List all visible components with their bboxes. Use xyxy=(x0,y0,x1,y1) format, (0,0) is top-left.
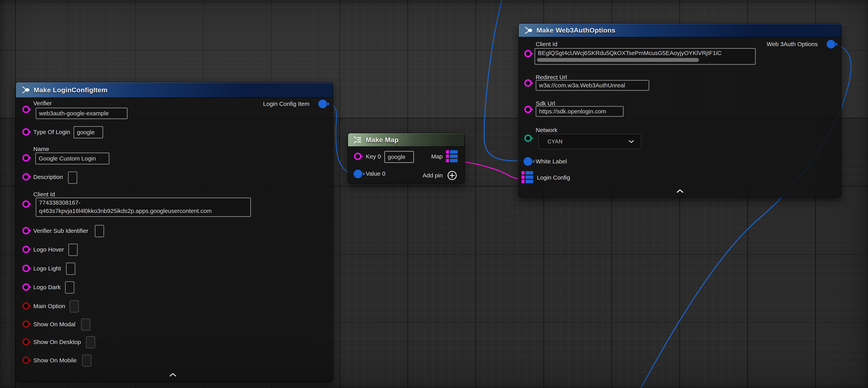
pin-login-config[interactable] xyxy=(522,171,533,183)
node-title: Make Web3AuthOptions xyxy=(536,26,615,34)
network-dropdown-value: CYAN xyxy=(548,139,563,145)
pin-label-white-label: White Label xyxy=(536,157,567,166)
pin-label-client-id: Client Id xyxy=(536,40,557,48)
pin-label-main-option: Main Option xyxy=(33,302,65,310)
node-header-make-web3authoptions[interactable]: Make Web3AuthOptions xyxy=(519,24,841,37)
pin-label-show-on-desktop: Show On Desktop xyxy=(33,338,81,346)
show-on-mobile-checkbox[interactable] xyxy=(82,355,91,367)
make-struct-icon xyxy=(21,85,30,94)
pin-label-verifier: Verifier xyxy=(33,99,52,107)
pin-map-output[interactable] xyxy=(446,150,458,162)
main-option-checkbox[interactable] xyxy=(69,300,79,312)
collapse-node-chevron-icon[interactable] xyxy=(676,189,684,193)
redirect-url-input[interactable]: w3a://com.w3a.Web3AuthUnreal xyxy=(536,80,649,91)
pin-type-of-login[interactable] xyxy=(22,128,30,136)
type-of-login-input[interactable]: google xyxy=(73,126,103,139)
pin-label-key-0: Key 0 xyxy=(366,153,381,160)
pin-show-on-desktop[interactable] xyxy=(22,338,30,346)
pin-client-id[interactable] xyxy=(22,200,30,208)
add-pin-button[interactable]: Add pin xyxy=(423,170,457,181)
pin-white-label[interactable] xyxy=(524,157,532,166)
pin-label-logo-dark: Logo Dark xyxy=(33,283,61,291)
pin-label-client-id: Client Id xyxy=(33,190,55,198)
chevron-down-icon xyxy=(628,140,634,143)
pin-network[interactable] xyxy=(524,135,532,142)
pin-label-map-output: Map xyxy=(431,153,443,160)
node-make-loginconfigitem[interactable]: Make LoginConfigItem Verifier web3auth-g… xyxy=(16,82,333,382)
logo-dark-input[interactable] xyxy=(65,281,74,294)
node-title: Make LoginConfigItem xyxy=(34,86,107,94)
pin-label-login-config-item: Login Config Item xyxy=(263,100,309,108)
pin-label-show-on-mobile: Show On Mobile xyxy=(33,356,77,364)
pin-sdk-url[interactable] xyxy=(524,106,532,113)
pin-label-web3auth-options: Web 3Auth Options xyxy=(767,40,818,48)
pin-label-value-0: Value 0 xyxy=(366,170,385,178)
pin-login-config-item-output[interactable] xyxy=(318,99,327,108)
pin-name[interactable] xyxy=(22,154,30,162)
add-pin-plus-icon xyxy=(447,170,457,181)
sdk-url-input[interactable]: https://sdk.openlogin.com xyxy=(536,106,624,117)
logo-light-input[interactable] xyxy=(66,263,75,275)
wire-map-to-loginconfig[interactable] xyxy=(465,162,523,179)
client-id-scrollbar[interactable] xyxy=(537,58,699,62)
pin-verifier[interactable] xyxy=(22,106,30,113)
pin-client-id[interactable] xyxy=(524,50,532,57)
pin-label-description: Description xyxy=(33,173,63,181)
pin-main-option[interactable] xyxy=(22,302,30,310)
pin-key-0[interactable] xyxy=(354,153,362,160)
name-input[interactable]: Google Custom Login xyxy=(35,153,110,165)
blueprint-graph-canvas[interactable]: Make LoginConfigItem Verifier web3auth-g… xyxy=(0,0,868,388)
network-dropdown[interactable]: CYAN xyxy=(538,134,641,149)
node-make-web3authoptions[interactable]: Make Web3AuthOptions Client Id Web 3Auth… xyxy=(518,23,841,197)
pin-label-network: Network xyxy=(536,126,557,134)
pin-value-0[interactable] xyxy=(353,170,362,178)
description-input[interactable] xyxy=(68,172,77,184)
make-struct-icon xyxy=(524,26,533,35)
pin-logo-light[interactable] xyxy=(22,265,30,272)
add-pin-label: Add pin xyxy=(423,172,443,179)
pin-label-logo-light: Logo Light xyxy=(33,265,61,272)
pin-label-type-of-login: Type Of Login xyxy=(33,128,70,136)
wire-offscreen-to-whitelabel[interactable] xyxy=(484,0,523,161)
node-make-map[interactable]: Make Map Key 0 google Map Value 0 Add pi… xyxy=(348,133,465,184)
verifier-input[interactable]: web3auth-google-example xyxy=(36,108,127,119)
client-id-input[interactable]: 774338308167- q463s7kpvja16l4l0kko3nb925… xyxy=(36,198,251,217)
node-header-make-loginconfigitem[interactable]: Make LoginConfigItem xyxy=(16,82,333,98)
client-id-input[interactable]: BEglQSgt4cUWcj6SKRdu5QkOXTsePmMcusG5EAoy… xyxy=(534,48,756,65)
show-on-modal-checkbox[interactable] xyxy=(81,319,90,331)
node-title: Make Map xyxy=(366,136,399,144)
pin-label-verifier-sub-identifier: Verifier Sub Identifier xyxy=(33,227,88,235)
make-map-icon xyxy=(353,135,362,144)
pin-redirect-url[interactable] xyxy=(524,79,532,87)
pin-label-login-config: Login Config xyxy=(537,174,570,182)
pin-label-logo-hover: Logo Hover xyxy=(33,246,64,253)
pin-verifier-sub-identifier[interactable] xyxy=(22,227,30,234)
key-0-input[interactable]: google xyxy=(384,151,414,163)
verifier-sub-identifier-input[interactable] xyxy=(95,225,104,237)
client-id-line1: 774338308167- xyxy=(39,199,212,207)
collapse-node-chevron-icon[interactable] xyxy=(169,372,177,377)
node-header-make-map[interactable]: Make Map xyxy=(348,133,464,147)
pin-web3auth-options-output[interactable] xyxy=(827,40,835,49)
pin-label-name: Name xyxy=(33,145,49,153)
logo-hover-input[interactable] xyxy=(68,244,78,256)
pin-show-on-mobile[interactable] xyxy=(22,356,30,364)
pin-logo-dark[interactable] xyxy=(22,283,30,291)
pin-description[interactable] xyxy=(22,173,30,181)
pin-logo-hover[interactable] xyxy=(22,246,30,253)
client-id-line2: q463s7kpvja16l4l0kko3nb925ikds2p.apps.go… xyxy=(39,207,212,215)
show-on-desktop-checkbox[interactable] xyxy=(86,336,95,348)
pin-label-show-on-modal: Show On Modal xyxy=(33,320,75,328)
pin-show-on-modal[interactable] xyxy=(22,320,30,328)
